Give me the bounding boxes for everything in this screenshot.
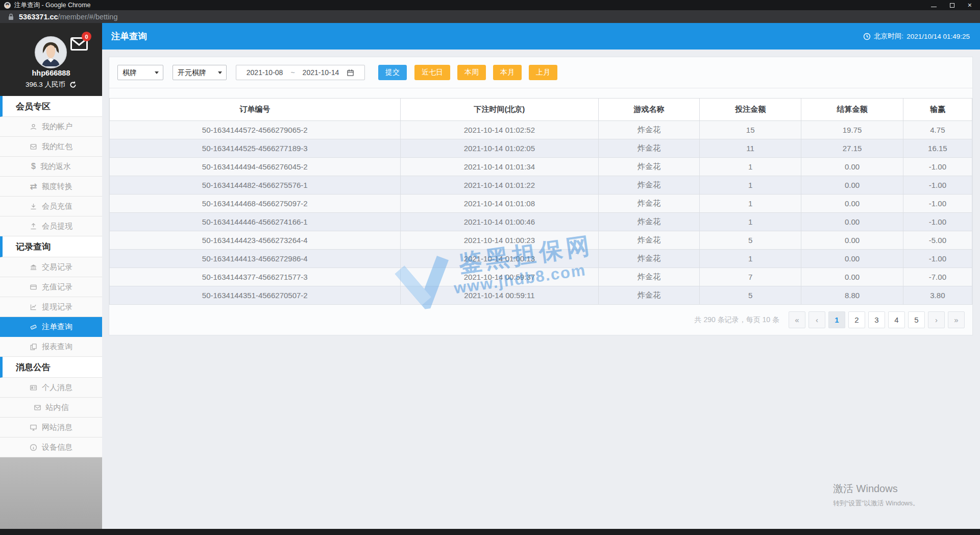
sidebar-item-bank[interactable]: 交易记录 [0,257,102,277]
quick-filter-buttons: 近七日本周本月上月 [407,65,557,80]
table-cell: 0.00 [801,231,903,250]
table-cell: 50-1634144572-4566279065-2 [110,121,401,139]
user-icon [30,123,37,131]
balance: 396.3 人民币 [26,80,65,89]
table-cell: 炸金花 [599,194,700,213]
page-nav-button[interactable]: › [928,311,945,328]
bottom-strip [0,529,980,535]
page-button[interactable]: 1 [828,311,845,328]
table-row: 50-1634144351-4566270507-22021-10-14 00:… [110,286,972,305]
info-icon [30,444,37,451]
sidebar-item-label: 站内信 [46,403,69,412]
column-header: 输赢 [903,99,972,121]
sidebar-item-label: 个人消息 [42,383,72,393]
minimize-icon[interactable] [931,7,937,7]
date-range-input[interactable]: 2021-10-08 ~ 2021-10-14 [236,65,365,80]
close-icon[interactable]: × [968,2,972,9]
table-cell: 2021-10-14 00:59:37 [400,268,599,286]
submit-button[interactable]: 提交 [378,65,407,80]
category-select[interactable]: 棋牌 [117,65,163,80]
sidebar-item-dollar[interactable]: $我的返水 [0,157,102,177]
page-button[interactable]: 3 [868,311,885,328]
table-cell: 16.15 [903,139,972,158]
page-button[interactable]: 5 [908,311,925,328]
table-cell: 炸金花 [599,158,700,176]
quick-button[interactable]: 上月 [529,65,557,80]
calendar-icon [347,69,354,77]
sidebar-item-label: 会员提现 [42,222,72,231]
beijing-time-label: 北京时间: [874,32,903,41]
table-cell: 1 [699,158,801,176]
beijing-time: 北京时间: 2021/10/14 01:49:25 [863,32,970,41]
site-favicon-icon [4,2,11,9]
table-cell: 2021-10-14 01:01:22 [400,176,599,194]
table-row: 50-1634144494-4566276045-22021-10-14 01:… [110,158,972,176]
browser-window: 注单查询 - Google Chrome × 5363371.cc/member… [0,0,980,535]
table-cell: 0.00 [801,194,903,213]
table-cell: 50-1634144446-4566274166-1 [110,213,401,231]
table-cell: -5.00 [903,231,972,250]
sidebar-item-monitor[interactable]: 网站消息 [0,418,102,437]
table-row: 50-1634144423-4566273264-42021-10-14 01:… [110,231,972,250]
page-buttons: «‹12345›» [789,311,965,328]
address-bar[interactable]: 5363371.cc/member/#/betting [0,10,980,23]
table-cell: 50-1634144482-4566275576-1 [110,176,401,194]
page-nav-button[interactable]: » [948,311,965,328]
table-cell: 2021-10-14 01:00:13 [400,250,599,268]
table-cell: 19.75 [801,121,903,139]
sidebar-item-label: 我的帐户 [42,122,72,132]
quick-button[interactable]: 本周 [457,65,486,80]
page-nav-button[interactable]: ‹ [808,311,825,328]
sidebar-item-chart[interactable]: 提现记录 [0,297,102,317]
sidebar-item-mail[interactable]: 站内信 [0,398,102,418]
table-cell: 0.00 [801,176,903,194]
column-header: 订单编号 [110,99,401,121]
page-nav-button[interactable]: « [789,311,805,328]
sidebar-item-user[interactable]: 我的帐户 [0,117,102,137]
refresh-icon[interactable] [69,81,77,88]
quick-button[interactable]: 本月 [493,65,522,80]
sidebar-item-deposit[interactable]: 会员充值 [0,197,102,216]
table-cell: 1 [699,213,801,231]
sidebar-item-card[interactable]: 充值记录 [0,277,102,297]
clock-icon [863,33,871,40]
table-cell: 炸金花 [599,213,700,231]
filter-bar: 棋牌 开元棋牌 2021-10-08 ~ 2021-10-14 提交 近 [109,57,972,88]
maximize-icon[interactable] [950,3,954,8]
table-cell: 0.00 [801,268,903,286]
sidebar-item-label: 网站消息 [42,423,72,432]
table-cell: 50-1634144377-4566271577-3 [110,268,401,286]
sidebar-item-transfer[interactable]: ⇄额度转换 [0,177,102,197]
sidebar-item-info[interactable]: 设备信息 [0,437,102,457]
avatar[interactable] [35,36,67,68]
sidebar-item-red-envelope[interactable]: 我的红包 [0,137,102,157]
lock-icon [8,13,14,20]
sidebar-item-report[interactable]: 报表查询 [0,337,102,357]
sidebar-item-id-card[interactable]: 个人消息 [0,378,102,398]
table-cell: 2021-10-14 01:00:46 [400,213,599,231]
quick-button[interactable]: 近七日 [414,65,450,80]
table-cell: 2021-10-14 01:01:34 [400,158,599,176]
sidebar-item-label: 会员充值 [42,202,72,211]
page-button[interactable]: 2 [848,311,865,328]
user-panel: 0 hhp666888 396.3 人民币 [0,23,102,96]
page-button[interactable]: 4 [888,311,905,328]
table-cell: 3.80 [903,286,972,305]
page-header: 注单查询 北京时间: 2021/10/14 01:49:25 [102,23,980,50]
platform-select-wrap: 开元棋牌 [173,65,227,80]
red-envelope-icon [30,143,37,151]
sidebar-item-withdraw[interactable]: 会员提现 [0,216,102,236]
table-cell: 15 [699,121,801,139]
platform-select[interactable]: 开元棋牌 [173,65,227,80]
deposit-icon [30,203,37,210]
table-row: 50-1634144468-4566275097-22021-10-14 01:… [110,194,972,213]
card-icon [30,283,37,291]
sidebar-item-ticket[interactable]: 注单查询 [0,317,102,337]
table-cell: 5 [699,286,801,305]
column-header: 游戏名称 [599,99,700,121]
sidebar: 0 hhp666888 396.3 人民币 会员专区我的帐户我的红包$我的返水⇄… [0,23,102,529]
date-from: 2021-10-08 [247,68,283,77]
dollar-icon: $ [31,162,36,171]
table-cell: 2021-10-14 01:01:08 [400,194,599,213]
table-cell: 炸金花 [599,250,700,268]
